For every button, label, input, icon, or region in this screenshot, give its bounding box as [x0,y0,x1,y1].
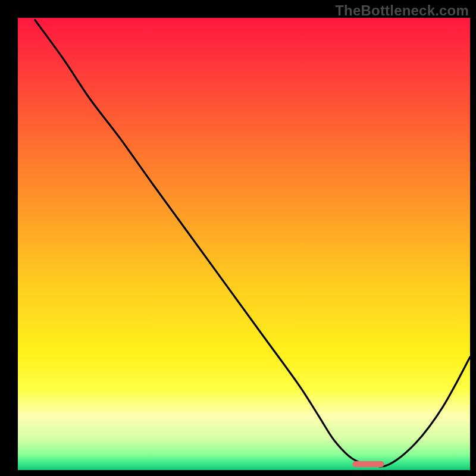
optimal-range-marker [352,461,384,467]
plot-area [18,18,470,470]
watermark-text: TheBottleneck.com [335,2,469,19]
bottleneck-chart [0,0,476,476]
chart-container: TheBottleneck.com [0,0,476,476]
